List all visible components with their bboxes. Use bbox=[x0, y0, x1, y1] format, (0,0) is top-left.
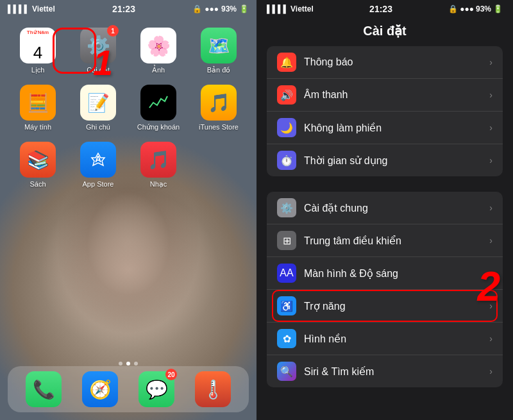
app-label-calculator: Máy tính bbox=[24, 123, 51, 131]
safari-icon: 🧭 bbox=[82, 371, 118, 407]
sounds-label: Âm thanh bbox=[304, 89, 489, 101]
screentime-chevron: › bbox=[489, 155, 492, 165]
app-item-appstore[interactable]: A App Store bbox=[75, 142, 121, 189]
calendar-number: 4 bbox=[33, 44, 42, 61]
messages-icon: 💬 20 bbox=[139, 371, 174, 407]
status-carrier-left: ▌▌▌▌ Viettel bbox=[8, 4, 55, 13]
settings-list: 🔔 Thông báo › 🔊 Âm thanh › 🌙 Không làm p… bbox=[256, 46, 513, 420]
dot-3 bbox=[134, 362, 138, 365]
battery-icon-left: 🔋 bbox=[239, 4, 249, 13]
settings-item-sounds[interactable]: 🔊 Âm thanh › bbox=[267, 79, 503, 112]
empty-icon bbox=[201, 142, 237, 178]
control-label: Trung tâm điều khiển bbox=[304, 235, 489, 247]
step-number-1: 1 bbox=[93, 42, 113, 83]
phone-icon: 📞 bbox=[26, 371, 62, 407]
app-item-photos[interactable]: 🌸 Ảnh bbox=[135, 28, 181, 74]
messages-badge: 20 bbox=[165, 369, 177, 380]
app-item-empty bbox=[196, 142, 242, 189]
app-label-maps: Bản đồ bbox=[207, 66, 231, 74]
accessibility-icon: ♿ bbox=[277, 296, 296, 315]
settings-item-siri[interactable]: 🔍 Siri & Tìm kiếm › bbox=[267, 355, 503, 387]
lock-icon: 🔒 bbox=[192, 4, 202, 13]
app-item-books[interactable]: 📚 Sách bbox=[15, 142, 61, 189]
signal-bars: ▌▌▌▌ bbox=[8, 4, 29, 13]
app-label-photos: Ảnh bbox=[152, 66, 165, 74]
notes-icon: 📝 bbox=[80, 85, 116, 121]
control-icon: ⊞ bbox=[277, 231, 296, 250]
dock-safari[interactable]: 🧭 bbox=[77, 371, 123, 407]
settings-highlight-box bbox=[53, 28, 96, 74]
stocks-icon bbox=[140, 85, 176, 121]
lock-icon-right: 🔒 bbox=[448, 4, 458, 13]
display-icon: AA bbox=[277, 264, 296, 283]
dock: 📞 🧭 💬 20 🌡️ bbox=[8, 366, 249, 412]
svg-text:A: A bbox=[95, 154, 101, 164]
wallpaper-chevron: › bbox=[489, 333, 492, 344]
control-chevron: › bbox=[489, 235, 492, 246]
notifications-chevron: › bbox=[489, 57, 492, 67]
dot-2 bbox=[126, 362, 130, 365]
status-bar-left: ▌▌▌▌ Viettel 21:23 🔒 ●●● 93% 🔋 bbox=[0, 0, 256, 18]
screentime-icon: ⏱️ bbox=[277, 151, 296, 170]
general-icon: ⚙️ bbox=[277, 198, 296, 217]
general-label: Cài đặt chung bbox=[304, 202, 489, 214]
siri-label: Siri & Tìm kiếm bbox=[304, 365, 489, 378]
dnd-icon: 🌙 bbox=[277, 118, 296, 137]
page-dots bbox=[0, 362, 256, 365]
calendar-icon: Thứ Năm 4 bbox=[20, 28, 56, 63]
dot-1 bbox=[119, 362, 122, 365]
carrier-name-left: Viettel bbox=[32, 4, 55, 13]
app-item-stocks[interactable]: Chứng khoán bbox=[135, 85, 181, 131]
battery-icon-right: 🔋 bbox=[493, 4, 503, 13]
app-item-notes[interactable]: 📝 Ghi chú bbox=[75, 85, 121, 131]
itunes-icon: 🎵 bbox=[201, 85, 237, 121]
settings-badge: 1 bbox=[107, 25, 119, 37]
music-icon: 🎵 bbox=[140, 142, 176, 178]
app-label-itunes: iTunes Store bbox=[199, 123, 239, 131]
notifications-label: Thông báo bbox=[304, 56, 489, 68]
signal-icon-right: ▌▌▌▌ bbox=[267, 4, 289, 13]
appstore-svg-icon: A bbox=[87, 148, 110, 171]
app-label-calendar: Lịch bbox=[31, 66, 45, 74]
wallpaper-label: Hình nền bbox=[304, 333, 489, 345]
settings-item-wallpaper[interactable]: ✿ Hình nền › bbox=[267, 323, 503, 355]
app-label-appstore: App Store bbox=[83, 180, 114, 188]
app-label-notes: Ghi chú bbox=[86, 123, 110, 131]
time-right: 21:23 bbox=[369, 4, 392, 14]
app-item-maps[interactable]: 🗺️ Bản đồ bbox=[196, 28, 242, 74]
carrier-right: ▌▌▌▌ Viettel bbox=[267, 4, 314, 13]
battery-right: 🔒 ●●● 93% 🔋 bbox=[448, 4, 503, 13]
dock-phone[interactable]: 📞 bbox=[21, 371, 67, 407]
wifi-icon-right: ●●● bbox=[460, 4, 474, 13]
app-item-music[interactable]: 🎵 Nhạc bbox=[135, 142, 181, 189]
books-icon: 📚 bbox=[20, 142, 56, 178]
appstore-icon: A bbox=[80, 142, 116, 178]
settings-item-accessibility[interactable]: ♿ Trợ năng › bbox=[267, 290, 503, 323]
battery-left: 🔒 ●●● 93% 🔋 bbox=[192, 4, 249, 13]
settings-item-display[interactable]: AA Màn hình & Độ sáng › bbox=[267, 257, 503, 290]
dnd-label: Không làm phiền bbox=[304, 122, 489, 134]
step-number-2: 2 bbox=[477, 263, 500, 310]
settings-item-general[interactable]: ⚙️ Cài đặt chung › bbox=[267, 192, 503, 224]
app-row-1: Thứ Năm 4 Lịch ⚙️ 1 Cài đặt 🌸 Ảnh bbox=[8, 28, 249, 74]
app-item-calculator[interactable]: 🧮 Máy tính bbox=[15, 85, 61, 131]
dock-clock[interactable]: 🌡️ bbox=[190, 371, 236, 407]
notifications-icon: 🔔 bbox=[277, 53, 296, 72]
dock-messages[interactable]: 💬 20 bbox=[133, 371, 180, 407]
calendar-header: Thứ Năm bbox=[22, 29, 53, 35]
stocks-chart-icon bbox=[147, 91, 170, 114]
app-item-itunes[interactable]: 🎵 iTunes Store bbox=[196, 85, 242, 131]
settings-item-dnd[interactable]: 🌙 Không làm phiền › bbox=[267, 112, 503, 144]
settings-item-notifications[interactable]: 🔔 Thông báo › bbox=[267, 46, 503, 79]
settings-page-title: Cài đặt bbox=[256, 18, 513, 46]
battery-percent-left: 93% bbox=[221, 4, 237, 13]
sounds-chevron: › bbox=[489, 90, 492, 100]
siri-chevron: › bbox=[489, 366, 492, 376]
settings-section-2: ⚙️ Cài đặt chung › ⊞ Trung tâm điều khiể… bbox=[267, 192, 503, 387]
photos-icon: 🌸 bbox=[140, 28, 176, 63]
sounds-icon: 🔊 bbox=[277, 85, 296, 105]
settings-item-control[interactable]: ⊞ Trung tâm điều khiển › bbox=[267, 224, 503, 257]
app-row-3: 📚 Sách A App Store 🎵 Nhạc bbox=[8, 142, 249, 189]
settings-item-screentime[interactable]: ⏱️ Thời gian sử dụng › bbox=[267, 144, 503, 176]
app-label-music: Nhạc bbox=[150, 180, 167, 189]
